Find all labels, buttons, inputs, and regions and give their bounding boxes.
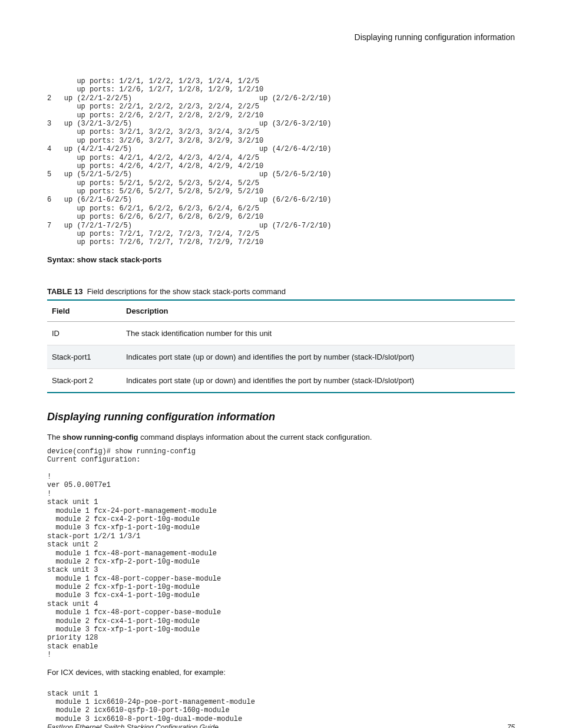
icx-intro: For ICX devices, with stacking enabled, … [47,668,515,677]
table-row: Stack-port1 Indicates port state (up or … [47,345,515,368]
cli-output-icx: stack unit 1 module 1 icx6610-24p-poe-po… [47,690,515,724]
cell-field: Stack-port1 [47,345,121,368]
col-desc: Description [121,300,515,322]
table-caption-text: Field descriptions for the show stack st… [87,287,286,296]
cell-field: Stack-port 2 [47,368,121,393]
col-field: Field [47,300,121,322]
table-caption: TABLE 13 Field descriptions for the show… [47,287,515,296]
page-header-right: Displaying running configuration informa… [47,32,515,42]
syntax-label: Syntax: show stack stack-ports [47,255,161,264]
footer-title: FastIron Ethernet Switch Stacking Config… [47,723,219,728]
syntax-line: Syntax: show stack stack-ports [47,255,515,264]
cell-desc: Indicates port state (up or down) and id… [121,345,515,368]
page-footer: FastIron Ethernet Switch Stacking Config… [47,723,515,728]
cli-output-running-config: device(config)# show running-config Curr… [47,447,515,660]
table-row: ID The stack identification number for t… [47,321,515,345]
section-intro: The show running-config command displays… [47,433,515,442]
field-table: Field Description ID The stack identific… [47,299,515,393]
cell-desc: The stack identification number for this… [121,321,515,345]
cli-output-stack-ports: up ports: 1/2/1, 1/2/2, 1/2/3, 1/2/4, 1/… [47,77,515,247]
cell-field: ID [47,321,121,345]
section-heading: Displaying running configuration informa… [47,411,515,423]
table-number: TABLE 13 [47,287,82,296]
table-row: Stack-port 2 Indicates port state (up or… [47,368,515,393]
cell-desc: Indicates port state (up or down) and id… [121,368,515,393]
page-number: 75 [507,723,515,728]
